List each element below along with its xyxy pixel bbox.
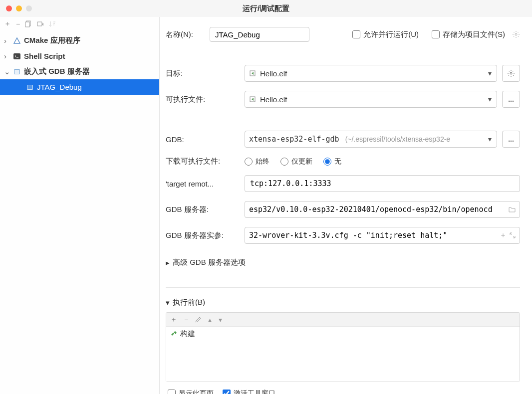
chevron-down-icon: ▾ [488, 135, 492, 143]
show-page-checkbox[interactable]: 显示此页面 [168, 389, 214, 394]
before-section-expander[interactable]: ▾ 执行前(B) [166, 293, 520, 312]
folder-icon[interactable] [509, 206, 516, 212]
tree-item-label: JTAG_Debug [37, 83, 82, 91]
gdb-value: xtensa-esp32-elf-gdb [249, 135, 339, 144]
store-project-label: 存储为项目文件(S) [443, 30, 505, 39]
gdb-browse-button[interactable]: ... [502, 131, 520, 148]
gdb-args-input[interactable] [249, 231, 497, 240]
advanced-options-expander[interactable]: ▸ 高级 GDB 服务器选项 [166, 253, 520, 272]
target-remote-input[interactable] [245, 175, 520, 192]
copy-config-icon[interactable] [25, 20, 32, 27]
target-remote-label: 'target remot... [166, 180, 240, 188]
add-config-icon[interactable]: ＋ [4, 19, 11, 28]
target-settings-button[interactable] [502, 65, 520, 82]
radio-always[interactable]: 始终 [245, 157, 269, 166]
exe-browse-button[interactable]: ... [502, 91, 520, 108]
show-page-label: 显示此页面 [179, 389, 214, 394]
chevron-right-icon: › [4, 52, 10, 60]
radio-update[interactable]: 仅更新 [280, 157, 312, 166]
exe-dropdown[interactable]: Hello.elf ▾ [245, 91, 497, 108]
svg-rect-2 [13, 53, 20, 59]
before-item-label: 构建 [180, 329, 195, 339]
store-project-checkbox[interactable]: 存储为项目文件(S) [432, 30, 505, 39]
radio-none-label: 无 [334, 157, 341, 166]
gdb-hint: (~/.espressif/tools/xtensa-esp32-e [345, 135, 451, 143]
activate-tool-checkbox[interactable]: 激活工具窗口 [223, 389, 275, 394]
sort-config-icon[interactable] [49, 20, 56, 27]
advanced-options-label: 高级 GDB 服务器选项 [173, 258, 246, 267]
svg-point-3 [515, 33, 517, 35]
name-label: 名称(N): [166, 30, 205, 39]
save-template-icon[interactable] [37, 20, 44, 27]
remove-config-icon[interactable]: − [16, 20, 20, 28]
download-label: 下载可执行文件: [166, 157, 240, 166]
tree-group-cmake[interactable]: › CMake 应用程序 [0, 33, 159, 48]
tree-group-label: Shell Script [24, 52, 65, 60]
svg-rect-1 [25, 22, 29, 27]
target-icon [249, 70, 256, 77]
target-dropdown[interactable]: Hello.elf ▾ [245, 65, 497, 82]
before-item-build[interactable]: 构建 [166, 327, 520, 341]
name-input[interactable] [210, 27, 309, 42]
before-up-icon[interactable]: ▴ [208, 316, 212, 324]
gdb-server-label: GDB 服务器: [166, 205, 240, 214]
tree-group-label: 嵌入式 GDB 服务器 [24, 67, 90, 76]
radio-update-label: 仅更新 [291, 157, 312, 166]
cmake-icon [13, 37, 21, 45]
radio-none[interactable]: 无 [323, 157, 341, 166]
gdb-config-icon [26, 83, 34, 91]
shell-icon [13, 52, 21, 60]
exe-icon [249, 96, 256, 103]
close-window-icon[interactable] [6, 5, 12, 11]
minimize-window-icon[interactable] [16, 5, 22, 11]
target-label: 目标: [166, 69, 240, 78]
activate-tool-label: 激活工具窗口 [234, 389, 275, 394]
tree-group-shell[interactable]: › Shell Script [0, 48, 159, 64]
allow-parallel-checkbox[interactable]: 允许并行运行(U) [352, 30, 419, 39]
chevron-down-icon: ▾ [488, 69, 492, 77]
tree-item-jtag-debug[interactable]: JTAG_Debug [0, 79, 159, 95]
tree-group-gdb[interactable]: ⌄ 嵌入式 GDB 服务器 [0, 64, 159, 79]
chevron-right-icon: ▸ [166, 258, 170, 267]
insert-macro-icon[interactable]: ＋ [500, 231, 507, 240]
chevron-down-icon: ▾ [488, 95, 492, 103]
window-title: 运行/调试配置 [6, 4, 526, 13]
chevron-down-icon: ⌄ [4, 67, 10, 76]
gdb-label: GDB: [166, 135, 240, 144]
tree-group-label: CMake 应用程序 [24, 36, 80, 45]
exe-label: 可执行文件: [166, 95, 240, 104]
exe-value: Hello.elf [260, 95, 287, 104]
chevron-right-icon: › [4, 36, 10, 45]
before-list: 构建 [166, 327, 520, 382]
gdb-server-icon [13, 68, 21, 76]
before-remove-icon[interactable]: − [184, 316, 188, 324]
gdb-dropdown[interactable]: xtensa-esp32-elf-gdb (~/.espressif/tools… [245, 131, 497, 148]
before-down-icon[interactable]: ▾ [219, 316, 222, 324]
before-add-icon[interactable]: ＋ [170, 315, 177, 324]
chevron-down-icon: ▾ [166, 298, 170, 307]
expand-field-icon[interactable] [510, 232, 516, 238]
gear-icon[interactable] [512, 30, 520, 38]
before-section-label: 执行前(B) [173, 298, 205, 307]
before-edit-icon[interactable] [195, 317, 201, 323]
svg-point-5 [510, 72, 512, 74]
sidebar-toolbar: ＋ − [0, 17, 159, 31]
maximize-window-icon[interactable] [26, 5, 32, 11]
target-value: Hello.elf [260, 69, 287, 78]
radio-always-label: 始终 [256, 157, 269, 166]
hammer-icon [170, 331, 177, 338]
allow-parallel-label: 允许并行运行(U) [363, 30, 419, 39]
gdb-args-label: GDB 服务器实参: [166, 231, 240, 240]
gdb-server-input[interactable] [249, 205, 506, 214]
